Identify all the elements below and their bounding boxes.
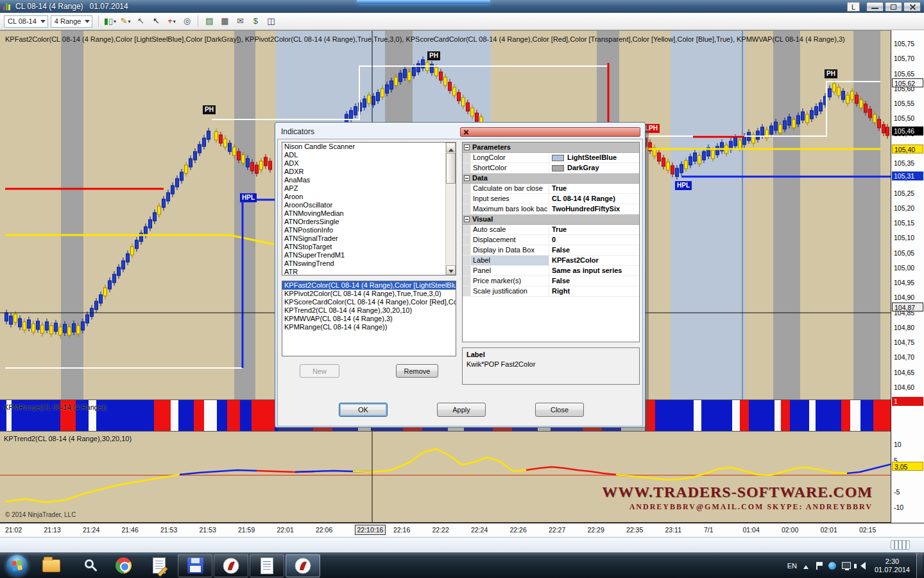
- chart-trader-icon[interactable]: ▤: [202, 15, 216, 28]
- taskbar-ninjatrader-2-button[interactable]: [286, 554, 320, 577]
- marker-add-icon[interactable]: ↖: [133, 15, 148, 28]
- taskbar-explorer-button[interactable]: [34, 554, 69, 577]
- dialog-close-button[interactable]: [460, 127, 640, 137]
- tray-clock[interactable]: 2:30 01.07.2014: [875, 557, 910, 574]
- property-row[interactable]: PanelSame as input series: [463, 266, 639, 276]
- available-indicator-item[interactable]: APZ: [282, 184, 456, 193]
- apply-button[interactable]: Apply: [437, 403, 486, 417]
- property-row[interactable]: Price marker(s)False: [463, 276, 639, 286]
- available-indicator-item[interactable]: ATNswingTrend: [282, 259, 456, 268]
- available-indicator-item[interactable]: ATNPostionInfo: [282, 226, 456, 234]
- volume-icon[interactable]: [857, 562, 866, 570]
- dialog-titlebar[interactable]: Indicators: [277, 125, 643, 139]
- new-button[interactable]: New: [300, 364, 339, 378]
- account-dollar-icon[interactable]: $: [248, 15, 262, 28]
- taskbar-notepad-button[interactable]: [142, 554, 176, 577]
- configured-indicator-item[interactable]: KPTrend2(CL 08-14 (4 Range),30,20,10): [282, 306, 456, 315]
- start-button[interactable]: [0, 553, 33, 578]
- data-series-icon[interactable]: ▦: [218, 15, 232, 28]
- configured-indicator-item[interactable]: KPScoreCardColor(CL 08-14 (4 Range),Colo…: [282, 298, 456, 306]
- minimize-button[interactable]: [866, 2, 884, 12]
- available-indicator-item[interactable]: ADL: [282, 151, 456, 159]
- available-indicator-item[interactable]: ATNStopTarget: [282, 243, 456, 251]
- configured-indicator-item[interactable]: KPMWVAP(CL 08-14 (4 Range),3): [282, 315, 456, 323]
- list-scrollbar[interactable]: [445, 143, 456, 275]
- chart-annotation-ph: PH: [825, 69, 837, 78]
- property-section-row[interactable]: Parameters: [463, 143, 639, 153]
- kptrend-panel[interactable]: KPTrend2(CL 08-14 (4 Range),30,20,10) WW…: [0, 432, 891, 523]
- dialog-close-action-button[interactable]: Close: [535, 403, 584, 417]
- scrollbar-grip[interactable]: [891, 540, 910, 550]
- property-row[interactable]: LongColorLightSteelBlue: [463, 153, 639, 163]
- available-indicator-item[interactable]: ADX: [282, 159, 456, 168]
- window-grid-icon[interactable]: ◫: [264, 15, 278, 28]
- draw-tools-icon[interactable]: ✎▾: [118, 15, 132, 28]
- available-indicator-item[interactable]: ATNSignalTrader: [282, 234, 456, 243]
- tray-expand-icon[interactable]: [803, 563, 809, 569]
- chart-type-icon[interactable]: ▮▯▾: [103, 15, 117, 28]
- available-indicator-item[interactable]: ATNOrdersSingle: [282, 218, 456, 226]
- time-label: 21:02: [5, 526, 22, 534]
- kpmrange-axis-marker: 1: [892, 397, 923, 406]
- property-row[interactable]: Auto scaleTrue: [463, 225, 639, 235]
- taskbar-editor-button[interactable]: [250, 554, 284, 577]
- show-desktop-button[interactable]: [916, 553, 923, 578]
- available-indicator-item[interactable]: Aroon: [282, 193, 456, 201]
- scroll-down-icon[interactable]: [446, 265, 456, 275]
- scroll-thumb[interactable]: [446, 153, 456, 184]
- taskbar-search-button[interactable]: [70, 554, 105, 577]
- property-grid[interactable]: ParametersLongColorLightSteelBlueShortCo…: [462, 142, 640, 342]
- instrument-selector[interactable]: CL 08-14: [4, 15, 48, 28]
- collapse-icon[interactable]: [464, 216, 470, 222]
- property-row[interactable]: Displacement0: [463, 235, 639, 245]
- property-row[interactable]: Calculate on bar closeTrue: [463, 184, 639, 194]
- property-row[interactable]: ShortColorDarkGray: [463, 163, 639, 173]
- network-icon[interactable]: [842, 562, 851, 569]
- tray-language-indicator[interactable]: EN: [787, 562, 797, 570]
- horizontal-scrollbar[interactable]: [0, 537, 924, 552]
- available-indicator-item[interactable]: ADXR: [282, 168, 456, 176]
- configured-indicator-item[interactable]: KPFast2Color(CL 08-14 (4 Range),Color [L…: [282, 281, 456, 290]
- property-row[interactable]: Display in Data BoxFalse: [463, 245, 639, 256]
- mail-icon[interactable]: ✉: [233, 15, 247, 28]
- window-close-button[interactable]: [903, 2, 921, 12]
- link-button[interactable]: L: [847, 2, 860, 12]
- range-bar: [732, 400, 740, 431]
- available-indicator-list[interactable]: Nison Candle ScannerADLADXADXRAnaMasAPZA…: [282, 142, 456, 276]
- collapse-icon[interactable]: [464, 144, 470, 150]
- available-indicator-item[interactable]: AnaMas: [282, 176, 456, 184]
- range-bar: [178, 400, 194, 431]
- pointer-icon[interactable]: ↖: [149, 15, 163, 28]
- available-indicator-item[interactable]: Nison Candle Scanner: [282, 143, 456, 151]
- tray-app-icon[interactable]: [828, 562, 836, 570]
- available-indicator-item[interactable]: AroonOscillator: [282, 201, 456, 209]
- available-indicator-item[interactable]: ATNSuperTrendM1: [282, 251, 456, 259]
- property-row[interactable]: Scale justificationRight: [463, 286, 639, 297]
- property-row[interactable]: Maximum bars look bacTwoHundredFiftySix: [463, 204, 639, 215]
- crosshair-icon[interactable]: +▾: [164, 15, 178, 28]
- taskbar-chrome-button[interactable]: [106, 554, 141, 577]
- ok-button[interactable]: OK: [339, 403, 388, 417]
- action-center-flag-icon[interactable]: [816, 562, 823, 570]
- taskbar-ninjatrader-button[interactable]: [214, 554, 248, 577]
- configured-indicator-item[interactable]: KPPivot2Color(CL 08-14 (4 Range),True,Tr…: [282, 290, 456, 298]
- configured-indicator-list[interactable]: KPFast2Color(CL 08-14 (4 Range),Color [L…: [282, 281, 456, 356]
- available-indicator-item[interactable]: ATR: [282, 268, 456, 276]
- period-selector[interactable]: 4 Range: [51, 15, 93, 28]
- time-label: 01:04: [743, 526, 760, 534]
- property-row[interactable]: Input seriesCL 08-14 (4 Range): [463, 194, 639, 204]
- available-indicator-item[interactable]: ATNMovingMedian: [282, 209, 456, 218]
- remove-button[interactable]: Remove: [396, 364, 438, 378]
- property-section-row[interactable]: Data: [463, 173, 639, 184]
- configured-indicator-item[interactable]: KPMRange(CL 08-14 (4 Range)): [282, 323, 456, 331]
- time-axis[interactable]: 21:0221:1321:2421:4621:5321:5321:5922:01…: [0, 523, 924, 537]
- property-row[interactable]: LabelKPFast2Color: [463, 256, 639, 266]
- scroll-up-icon[interactable]: [446, 143, 456, 152]
- zoom-icon[interactable]: ◎: [180, 15, 194, 28]
- collapse-icon[interactable]: [464, 175, 470, 181]
- price-axis[interactable]: 105,75105,70105,65105,60105,55105,50105,…: [891, 30, 924, 523]
- time-label: 21:59: [238, 526, 255, 534]
- property-section-row[interactable]: Visual: [463, 215, 639, 225]
- taskbar-save-app-button[interactable]: [178, 554, 212, 577]
- restore-button[interactable]: [885, 2, 902, 12]
